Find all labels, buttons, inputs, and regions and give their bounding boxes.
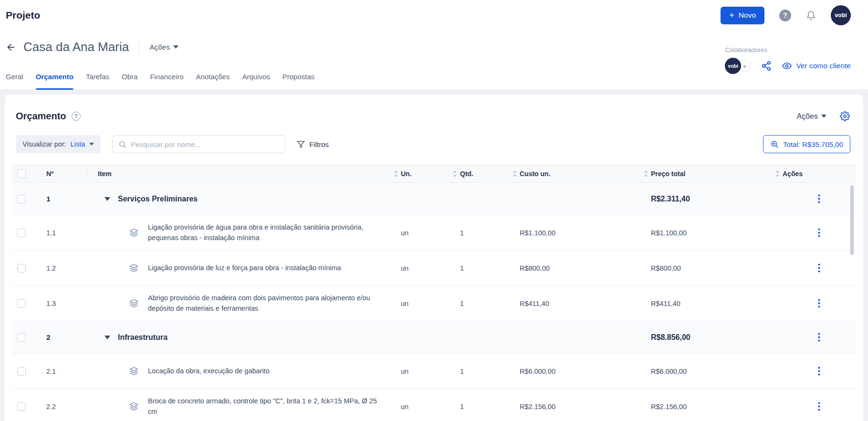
filters-button[interactable]: Filtros <box>297 140 329 148</box>
layers-icon <box>129 263 138 273</box>
col-label: Ações <box>783 170 803 178</box>
app-title: Projeto <box>6 10 40 21</box>
tab-label: Financeiro <box>150 73 183 81</box>
topbar: Projeto + Novo ? vobi <box>0 0 868 31</box>
row-actions-kebab-icon[interactable] <box>814 331 824 344</box>
item-unit: un <box>401 403 460 410</box>
settings-gear-icon[interactable] <box>840 111 850 121</box>
layers-icon <box>129 367 138 376</box>
collapse-caret-icon[interactable] <box>105 197 110 201</box>
col-label: Un. <box>401 170 412 178</box>
col-label: Item <box>98 170 112 178</box>
budget-item-row: 2.2 Broca de concreto armado, controle t… <box>11 389 856 421</box>
budget-table: Nº Item Un. Qtd. Custo un. <box>11 165 856 421</box>
tab-tarefas[interactable]: Tarefas <box>86 63 109 90</box>
chevron-down-icon <box>173 45 178 49</box>
item-unit: un <box>401 264 460 272</box>
row-checkbox[interactable] <box>17 299 26 308</box>
search-input[interactable] <box>131 140 279 148</box>
help-icon[interactable]: ? <box>779 10 791 21</box>
view-by-dropdown[interactable]: Visualizar por: Lista <box>16 135 101 153</box>
row-checkbox[interactable] <box>17 367 26 376</box>
item-qty: 1 <box>460 368 520 375</box>
item-description[interactable]: Broca de concreto armado, controle tipo … <box>148 396 387 416</box>
item-total-price: R$800,00 <box>651 264 783 272</box>
collapse-caret-icon[interactable] <box>105 336 110 339</box>
col-header-num[interactable]: Nº <box>46 170 98 178</box>
row-checkbox[interactable] <box>17 195 26 203</box>
item-unit-cost: R$800,00 <box>520 264 651 272</box>
budget-item-row: 1.1 Ligação provisória de água para obra… <box>11 215 856 251</box>
budget-toolbar: Visualizar por: Lista Filtros <box>11 135 856 153</box>
sort-icon[interactable] <box>394 170 398 177</box>
project-actions-dropdown[interactable]: Ações <box>149 43 178 52</box>
item-number: 1.1 <box>46 229 98 237</box>
row-actions-kebab-icon[interactable] <box>814 365 824 378</box>
sort-icon[interactable] <box>644 170 648 177</box>
col-header-unit-cost[interactable]: Custo un. <box>520 170 651 178</box>
col-header-unit[interactable]: Un. <box>401 170 460 178</box>
plus-icon: + <box>729 11 734 20</box>
back-arrow-icon[interactable] <box>6 42 16 53</box>
budget-help-icon[interactable]: ? <box>72 112 81 121</box>
row-actions-kebab-icon[interactable] <box>814 400 824 413</box>
user-avatar[interactable]: vobi <box>831 5 851 25</box>
row-actions-kebab-icon[interactable] <box>814 226 824 239</box>
col-label: Custo un. <box>520 170 551 178</box>
main-area: Orçamento ? Ações Visualizar por: Lista <box>0 90 868 421</box>
tab-obra[interactable]: Obra <box>122 63 137 90</box>
tab-label: Orçamento <box>36 73 73 81</box>
row-checkbox[interactable] <box>17 264 26 273</box>
view-as-client-button[interactable]: Ver como cliente <box>782 61 851 71</box>
item-description[interactable]: Ligação provisória de luz e força para o… <box>148 263 341 273</box>
collaborators-block: Colaboradores vobi + Ver como cliente <box>725 46 851 74</box>
budget-title-group: Orçamento ? <box>16 111 81 122</box>
table-scrollbar[interactable] <box>850 185 854 255</box>
col-label: Qtd. <box>460 170 473 178</box>
col-header-total-price[interactable]: Preço total <box>651 170 783 178</box>
select-all-checkbox[interactable] <box>17 169 26 178</box>
tab-orcamento[interactable]: Orçamento <box>36 63 73 90</box>
budget-item-row: 1.2 Ligação provisória de luz e força pa… <box>11 251 856 286</box>
collaborator-avatar[interactable]: vobi <box>725 58 741 74</box>
tab-anotacoes[interactable]: Anotações <box>196 63 230 90</box>
group-total: R$8.856,00 <box>651 333 783 342</box>
item-description[interactable]: Abrigo provisório de madeira com dois pa… <box>148 293 387 313</box>
tab-financeiro[interactable]: Financeiro <box>150 63 183 90</box>
col-header-qty[interactable]: Qtd. <box>460 170 520 178</box>
row-checkbox[interactable] <box>17 229 26 237</box>
tab-arquivos[interactable]: Arquivos <box>242 63 270 90</box>
new-button[interactable]: + Novo <box>721 7 764 24</box>
sort-icon[interactable] <box>512 170 517 177</box>
share-icon[interactable] <box>761 61 772 71</box>
row-actions-kebab-icon[interactable] <box>814 297 824 310</box>
item-unit-cost: R$1.100,00 <box>520 229 651 237</box>
item-description[interactable]: Ligação provisória de água para obra e i… <box>148 222 387 242</box>
new-button-label: Novo <box>739 11 756 20</box>
notifications-bell-icon[interactable] <box>806 11 816 21</box>
total-button[interactable]: Total: R$35.705,00 <box>763 135 850 153</box>
layers-icon <box>129 299 138 308</box>
view-by-value: Lista <box>71 140 85 148</box>
tab-geral[interactable]: Geral <box>6 63 23 90</box>
budget-actions-label: Ações <box>797 112 818 121</box>
tab-propostas[interactable]: Propostas <box>282 63 315 90</box>
col-header-item[interactable]: Item <box>98 170 401 178</box>
item-unit: un <box>401 368 460 375</box>
row-actions-kebab-icon[interactable] <box>814 262 824 274</box>
sort-icon[interactable] <box>775 170 780 177</box>
filters-label: Filtros <box>309 140 329 148</box>
budget-actions-dropdown[interactable]: Ações <box>797 112 826 121</box>
row-actions-kebab-icon[interactable] <box>814 192 824 205</box>
chevron-down-icon <box>89 143 94 146</box>
sort-icon[interactable] <box>453 170 457 177</box>
item-qty: 1 <box>460 264 520 272</box>
filter-funnel-icon <box>297 140 305 148</box>
row-checkbox[interactable] <box>17 333 26 342</box>
row-checkbox[interactable] <box>17 402 26 411</box>
item-description[interactable]: Locação da obra, execução de gabarito <box>148 366 270 376</box>
chevron-down-icon <box>821 115 826 118</box>
project-header: Casa da Ana Maria Ações Geral Orçamento … <box>0 31 868 90</box>
item-total-price: R$2.156,00 <box>651 403 783 410</box>
item-total-price: R$1.100,00 <box>651 229 783 237</box>
